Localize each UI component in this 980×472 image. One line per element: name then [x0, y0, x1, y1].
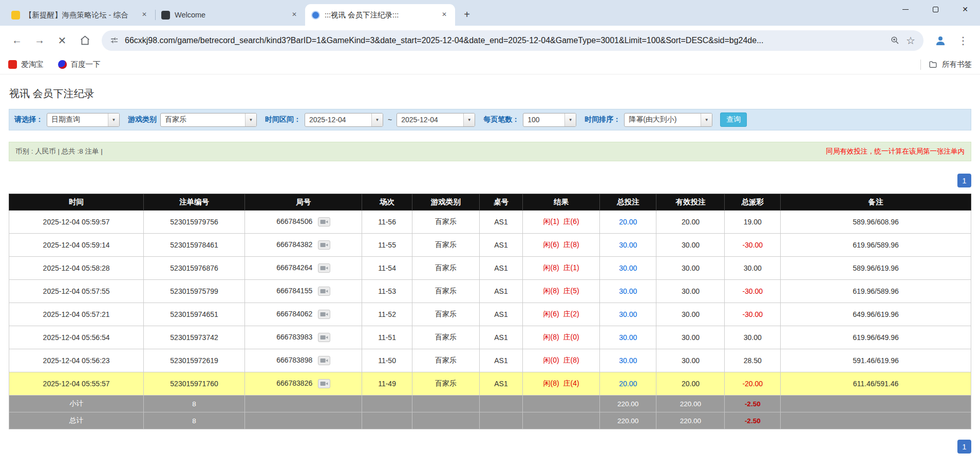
total-bet-cell: 30.00 — [599, 234, 656, 257]
chevron-down-icon[interactable]: ▼ — [701, 114, 712, 126]
window-maximize-button[interactable] — [920, 0, 950, 18]
tab-close-icon[interactable]: ✕ — [140, 10, 149, 20]
tab-welcome[interactable]: Welcome ✕ — [155, 4, 305, 26]
result-banker: 庄(4) — [563, 379, 579, 387]
chevron-down-icon[interactable]: ▼ — [371, 114, 383, 126]
tab-forum[interactable]: 【新提醒】海燕策略论坛 - 综合 ✕ — [5, 4, 155, 26]
query-button[interactable]: 查询 — [720, 112, 747, 127]
sort-select[interactable]: 降幂(由大到小) ▼ — [624, 113, 712, 127]
result-banker: 庄(6) — [563, 217, 579, 225]
site-info-icon[interactable] — [110, 36, 119, 45]
stop-button[interactable]: ✕ — [52, 31, 72, 50]
bookmark-aitaobao[interactable]: 爱淘宝 — [8, 60, 44, 69]
empty-cell — [244, 395, 362, 412]
session-number: 11-50 — [362, 349, 412, 372]
total-label: 总计 — [9, 412, 144, 429]
page-size-input[interactable]: 100 ▼ — [523, 113, 576, 127]
menu-kebab-icon[interactable]: ⋮ — [953, 31, 973, 50]
total-bet-link[interactable]: 20.00 — [619, 380, 637, 388]
video-replay-icon[interactable] — [318, 287, 330, 296]
total-bet-link[interactable]: 30.00 — [619, 310, 637, 318]
tab-title: 【新提醒】海燕策略论坛 - 综合 — [25, 10, 135, 20]
chevron-down-icon[interactable]: ▼ — [463, 114, 475, 126]
video-replay-icon[interactable] — [318, 240, 330, 250]
bet-id: 523015972619 — [144, 349, 245, 372]
total-bet-link[interactable]: 30.00 — [619, 356, 637, 365]
col-round-id: 局号 — [244, 194, 362, 211]
bet-time: 2025-12-04 05:56:54 — [9, 326, 144, 349]
video-replay-icon[interactable] — [318, 310, 330, 319]
subtotal-label: 小计 — [9, 395, 144, 412]
table-number: AS1 — [479, 211, 522, 234]
profile-avatar[interactable] — [931, 31, 950, 50]
sort-label: 时间排序： — [585, 115, 620, 124]
date-end-input[interactable]: 2025-12-04 ▼ — [397, 113, 475, 127]
tab-bet-records[interactable]: :::视讯 会员下注纪录::: ✕ — [305, 4, 455, 26]
url-text[interactable]: 66cxkj98.com/game/betrecord_search/kind3… — [125, 36, 884, 45]
empty-cell — [781, 412, 971, 429]
video-replay-icon[interactable] — [318, 379, 330, 388]
valid-bet: 20.00 — [656, 211, 725, 234]
col-bet-id: 注单编号 — [144, 194, 245, 211]
bookmark-star-icon[interactable]: ☆ — [906, 34, 915, 47]
tab-title: :::视讯 会员下注纪录::: — [325, 10, 435, 20]
video-replay-icon[interactable] — [318, 333, 330, 342]
round-id: 666783826 — [276, 379, 312, 387]
col-payout: 总派彩 — [725, 194, 781, 211]
new-tab-button[interactable]: + — [459, 7, 475, 23]
col-session: 场次 — [362, 194, 412, 211]
total-bet-link[interactable]: 20.00 — [619, 218, 637, 226]
total-bet-link[interactable]: 30.00 — [619, 264, 637, 272]
session-number: 11-51 — [362, 326, 412, 349]
table-number: AS1 — [479, 303, 522, 326]
welcome-favicon-icon — [161, 11, 170, 20]
chevron-down-icon[interactable]: ▼ — [245, 114, 256, 126]
filter-bar: 请选择： 日期查询 ▼ 游戏类别 百家乐 ▼ 时间区间： 2025-12-04 … — [9, 109, 971, 130]
zoom-icon[interactable] — [890, 35, 900, 45]
total-bet-link[interactable]: 30.00 — [619, 241, 637, 249]
table-row: 2025-12-04 05:58:28 523015976876 6667842… — [9, 257, 971, 280]
query-type-select[interactable]: 日期查询 ▼ — [47, 113, 120, 127]
empty-cell — [362, 395, 412, 412]
back-button[interactable]: ← — [7, 31, 27, 50]
video-replay-icon[interactable] — [318, 356, 330, 365]
total-bet-cell: 30.00 — [599, 257, 656, 280]
all-bookmarks-button[interactable]: 所有书签 — [928, 60, 972, 69]
result-cell: 闲(8) 庄(0) — [523, 326, 600, 349]
video-replay-icon[interactable] — [318, 217, 330, 226]
page-size-value: 100 — [523, 116, 564, 124]
game-type: 百家乐 — [412, 211, 479, 234]
url-bar[interactable]: 66cxkj98.com/game/betrecord_search/kind3… — [102, 30, 924, 51]
date-start-input[interactable]: 2025-12-04 ▼ — [305, 113, 383, 127]
window-minimize-button[interactable] — [891, 0, 920, 18]
tab-close-icon[interactable]: ✕ — [440, 10, 449, 20]
session-number: 11-55 — [362, 234, 412, 257]
balance-note: 619.96/589.96 — [781, 234, 971, 257]
home-button[interactable] — [75, 31, 95, 50]
video-replay-icon[interactable] — [318, 263, 330, 273]
page-1-button[interactable]: 1 — [957, 174, 971, 187]
query-type-value: 日期查询 — [47, 115, 108, 124]
date-end-value: 2025-12-04 — [397, 116, 463, 124]
total-bet-link[interactable]: 30.00 — [619, 333, 637, 342]
game-type-select[interactable]: 百家乐 ▼ — [160, 113, 257, 127]
bookmark-baidu[interactable]: 百度一下 — [58, 60, 101, 69]
tab-close-icon[interactable]: ✕ — [290, 10, 299, 20]
balance-note: 591.46/619.96 — [781, 349, 971, 372]
forward-button[interactable]: → — [30, 31, 49, 50]
subtotal-count: 8 — [144, 395, 245, 412]
round-cell: 666783983 — [244, 326, 362, 349]
chevron-down-icon[interactable]: ▼ — [564, 114, 576, 126]
bet-time: 2025-12-04 05:59:57 — [9, 211, 144, 234]
person-icon — [934, 34, 947, 47]
page-1-button[interactable]: 1 — [957, 440, 971, 454]
payout: -20.00 — [725, 372, 781, 395]
bet-time: 2025-12-04 05:56:23 — [9, 349, 144, 372]
subtotal-valid-bet: 220.00 — [656, 395, 725, 412]
result-cell: 闲(8) 庄(4) — [523, 372, 600, 395]
total-bet-link[interactable]: 30.00 — [619, 287, 637, 295]
window-close-button[interactable]: ✕ — [950, 0, 980, 18]
total-count: 8 — [144, 412, 245, 429]
chevron-down-icon[interactable]: ▼ — [108, 114, 119, 126]
balance-note: 589.96/608.96 — [781, 211, 971, 234]
